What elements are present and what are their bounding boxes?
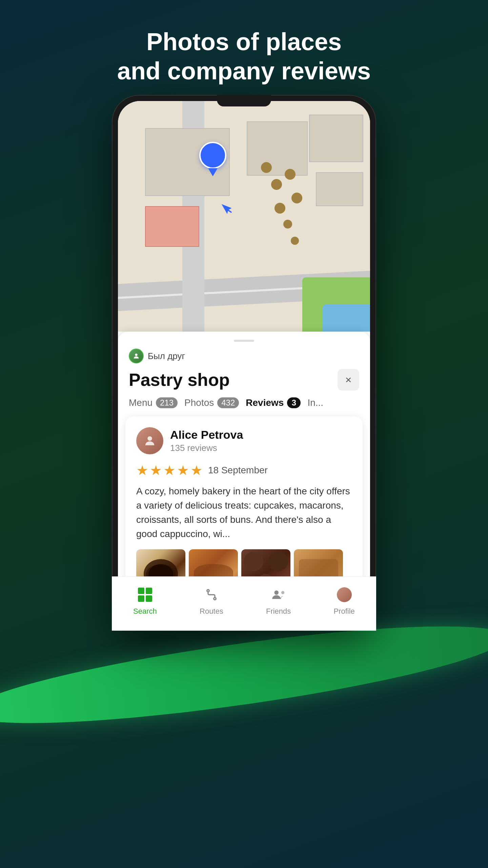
map-tree-4 [274,203,285,214]
tab-photos[interactable]: Photos 432 [184,397,239,408]
map-area[interactable] [118,101,370,332]
map-water-area [323,304,370,332]
tabs-row: Menu 213 Photos 432 Reviews 3 In... [129,397,359,408]
svg-point-5 [274,590,279,595]
tab-reviews-label: Reviews [246,397,284,408]
phone-notch [217,95,271,106]
sheet-handle [234,340,254,342]
page-title: Photos of places and company reviews [117,27,371,86]
review-text: A cozy, homely bakery in the heart of th… [136,484,352,541]
map-tree-6 [283,220,292,229]
nav-profile-label: Profile [334,607,355,616]
place-name: Pastry shop [129,370,230,390]
star-4: ★ [177,462,189,478]
svg-point-4 [214,597,216,600]
nav-item-search[interactable]: Search [133,585,157,616]
sheet-header: Pastry shop × [129,369,359,391]
tab-info[interactable]: In... [307,397,323,408]
tab-menu[interactable]: Menu 213 [129,397,178,408]
map-tree-1 [285,169,296,180]
tab-reviews-badge: 3 [287,397,301,408]
nav-item-routes[interactable]: Routes [200,585,223,616]
stars-container: ★ ★ ★ ★ ★ [136,462,203,478]
map-tree-5 [261,162,272,173]
tab-photos-label: Photos [184,397,214,408]
nav-item-friends[interactable]: Friends [266,585,291,616]
nav-routes-label: Routes [200,607,223,616]
map-tree-2 [271,179,282,190]
search-grid-icon [136,585,155,604]
star-1: ★ [136,462,148,478]
svg-point-6 [281,591,284,594]
pin-tail [208,168,218,176]
map-pin[interactable] [199,142,226,176]
map-tree-7 [291,237,299,245]
close-icon: × [345,374,352,386]
map-building-highlighted [145,206,199,247]
friend-label: Был друг [148,351,185,361]
phone-screen: Был друг Pastry shop × Menu 213 Photos 4… [118,101,370,625]
nav-friends-label: Friends [266,607,291,616]
friends-icon [269,585,288,604]
bottom-navigation: Search Routes [118,576,370,625]
map-building-3 [247,121,308,176]
map-building-4 [309,115,363,162]
reviewer-header: Alice Petrova 135 reviews [136,427,352,454]
map-building-5 [316,172,363,206]
review-rating-row: ★ ★ ★ ★ ★ 18 September [136,462,352,478]
friend-badge: Был друг [129,349,359,363]
routes-icon [202,585,221,604]
svg-point-1 [147,436,152,441]
reviewer-name: Alice Petrova [170,428,243,441]
tab-menu-label: Menu [129,397,152,408]
reviewer-count: 135 reviews [170,443,243,453]
star-3: ★ [163,462,176,478]
map-cursor [219,197,241,221]
reviewer-info: Alice Petrova 135 reviews [170,428,243,453]
map-tree-3 [291,193,302,203]
star-5: ★ [190,462,203,478]
tab-menu-badge: 213 [156,397,178,408]
star-2: ★ [150,462,162,478]
svg-point-3 [207,590,209,592]
tab-photos-badge: 432 [217,397,239,408]
phone-frame: Был друг Pastry shop × Menu 213 Photos 4… [112,95,376,631]
reviewer-avatar [136,427,163,454]
nav-item-profile[interactable]: Profile [334,585,355,616]
pin-circle [199,142,226,169]
nav-search-label: Search [133,607,157,616]
tab-info-label: In... [307,397,323,408]
tab-reviews[interactable]: Reviews 3 [246,397,301,408]
close-button[interactable]: × [338,369,359,391]
profile-icon [335,585,354,604]
review-date: 18 September [208,465,268,476]
svg-point-0 [135,354,137,356]
friend-avatar-icon [129,349,144,363]
